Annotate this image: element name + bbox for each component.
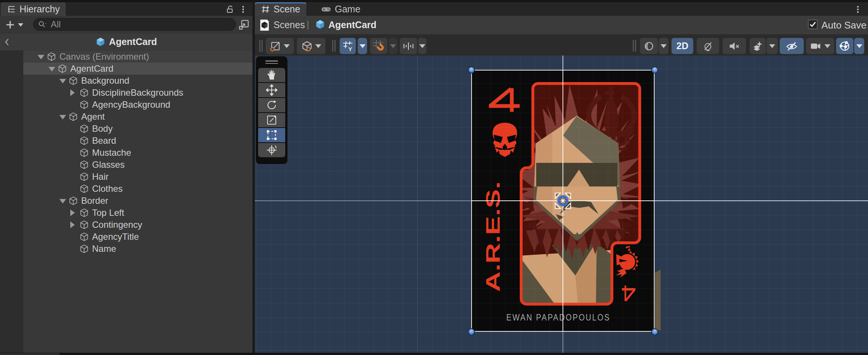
toolbar-grip[interactable]	[633, 40, 634, 52]
scale-snap-dropdown[interactable]	[418, 38, 426, 54]
dropdown-caret	[824, 44, 830, 48]
breadcrumb-agentcard[interactable]: AgentCard	[328, 20, 377, 30]
foldout-open-icon[interactable]	[59, 199, 66, 203]
selection-handle-bl[interactable]	[468, 328, 475, 335]
tree-row-border[interactable]: Border	[23, 195, 253, 207]
toolbar-grip[interactable]	[259, 40, 260, 52]
selection-handle-tl[interactable]	[468, 66, 475, 74]
selection-handle-br[interactable]	[651, 328, 658, 335]
toolbar-grip[interactable]	[332, 40, 333, 52]
tree-row-canvas-environment-[interactable]: Canvas (Environment)	[23, 51, 253, 63]
gameobject-cube-icon	[79, 100, 89, 110]
add-object-button[interactable]	[5, 19, 16, 30]
move-tool-button[interactable]	[258, 83, 285, 97]
tree-row-agentcard[interactable]: AgentCard	[23, 63, 253, 75]
rect-tool-button[interactable]	[258, 128, 285, 142]
hierarchy-toolbar: All	[0, 16, 253, 33]
snap-increment-button[interactable]	[370, 38, 387, 54]
gizmos-button[interactable]	[836, 38, 853, 54]
transform-tool-button[interactable]	[258, 143, 285, 157]
scale-tool-button[interactable]	[258, 113, 285, 127]
hierarchy-breadcrumb-label[interactable]: AgentCard	[109, 36, 157, 47]
tree-row-agent[interactable]: Agent	[23, 111, 253, 123]
kebab-menu-icon[interactable]	[240, 5, 246, 14]
tree-row-body[interactable]: Body	[23, 123, 253, 135]
foldout-open-icon[interactable]	[38, 55, 44, 59]
tree-row-label: Background	[81, 75, 129, 86]
tree-row-agencybackground[interactable]: AgencyBackground	[23, 99, 253, 111]
snap-increment-dropdown[interactable]	[389, 38, 398, 54]
scene-audio-button[interactable]	[723, 38, 746, 54]
2d-label: 2D	[676, 41, 688, 51]
tree-row-label: Beard	[92, 135, 116, 146]
transform-icon	[266, 144, 277, 156]
tree-row-top-left[interactable]: Top Left	[23, 207, 253, 219]
scale-snap-button[interactable]	[400, 38, 417, 54]
hierarchy-search-field[interactable]: All	[33, 18, 236, 31]
hand-icon	[266, 69, 277, 81]
foldout-open-icon[interactable]	[48, 67, 55, 71]
gameobject-cube-icon	[79, 172, 89, 182]
scale-icon	[266, 114, 277, 126]
add-object-dropdown-caret[interactable]	[18, 23, 23, 27]
tree-row-hair[interactable]: Hair	[23, 171, 253, 183]
tree-row-mustache[interactable]: Mustache	[23, 147, 253, 159]
scene-effects-dropdown[interactable]	[767, 38, 778, 54]
effects-star-icon	[752, 41, 764, 52]
view-tool-button[interactable]	[258, 68, 285, 82]
tree-row-name[interactable]: Name	[23, 243, 253, 255]
pivot-gizmo[interactable]	[551, 189, 575, 213]
foldout-closed-icon[interactable]	[70, 221, 75, 228]
scene-breadcrumb-bar: Scenes | AgentCard Auto Save	[255, 16, 868, 34]
scene-object-bar[interactable]	[655, 270, 661, 330]
tree-row-beard[interactable]: Beard	[23, 135, 253, 147]
gizmos-dropdown[interactable]	[854, 38, 864, 54]
scene-lighting-button[interactable]	[697, 38, 719, 54]
foldout-closed-icon[interactable]	[70, 89, 75, 96]
tree-row-clothes[interactable]: Clothes	[23, 183, 253, 195]
move-icon	[266, 84, 277, 96]
tab-scene[interactable]: Scene	[255, 2, 306, 16]
tab-game[interactable]: Game	[315, 2, 366, 16]
scene-camera-button[interactable]	[806, 38, 834, 54]
tree-row-contingency[interactable]: Contingency	[23, 219, 253, 231]
prefab-cube-icon	[95, 37, 106, 47]
foldout-open-icon[interactable]	[59, 115, 66, 119]
tab-hierarchy[interactable]: Hierarchy	[1, 2, 66, 16]
scene-visibility-button[interactable]	[780, 38, 804, 54]
dropdown-caret	[390, 44, 396, 48]
palette-drag-handle[interactable]	[265, 60, 278, 65]
rotate-tool-button[interactable]	[258, 98, 285, 112]
auto-save-checkbox[interactable]	[808, 20, 818, 29]
grid-snap-y-button[interactable]: Y	[340, 38, 356, 54]
foldout-open-icon[interactable]	[59, 79, 66, 83]
toggle-2d-button[interactable]: 2D	[671, 38, 693, 54]
tool-cube-pivot-button[interactable]	[297, 38, 325, 54]
breadcrumb-scenes[interactable]: Scenes	[274, 20, 305, 30]
selection-handle-tr[interactable]	[651, 66, 658, 74]
tree-row-label: Glasses	[92, 159, 125, 170]
tree-row-label: Canvas (Environment)	[59, 51, 149, 62]
camera-icon	[810, 41, 821, 51]
scene-toolbar: Y	[255, 34, 868, 56]
auto-save-label: Auto Save	[821, 20, 866, 31]
shading-mode-dropdown[interactable]	[659, 38, 668, 54]
tool-sprite-mask-button[interactable]	[266, 38, 294, 54]
dropdown-caret	[284, 44, 290, 48]
foldout-closed-icon[interactable]	[70, 209, 75, 216]
rotate-icon	[266, 99, 277, 111]
picker-icon[interactable]	[238, 19, 250, 30]
grid-snap-dropdown[interactable]	[358, 38, 367, 54]
tree-row-glasses[interactable]: Glasses	[23, 159, 253, 171]
tree-row-disciplinebackgrounds[interactable]: DisciplineBackgrounds	[23, 87, 253, 99]
scene-kebab-menu-icon[interactable]	[854, 5, 861, 14]
scene-effects-button[interactable]	[750, 38, 766, 54]
tree-row-label: DisciplineBackgrounds	[92, 87, 183, 98]
tree-row-label: Hair	[92, 171, 109, 182]
scene-viewport[interactable]: A.R.E.S. EWAN PAPADOPOULOS	[255, 56, 868, 355]
tree-row-background[interactable]: Background	[23, 75, 253, 87]
tree-row-agencytitle[interactable]: AgencyTitle	[23, 231, 253, 243]
window-bottom-strip-left	[0, 353, 59, 355]
lock-icon[interactable]	[226, 5, 235, 14]
shading-mode-button[interactable]	[640, 38, 658, 54]
